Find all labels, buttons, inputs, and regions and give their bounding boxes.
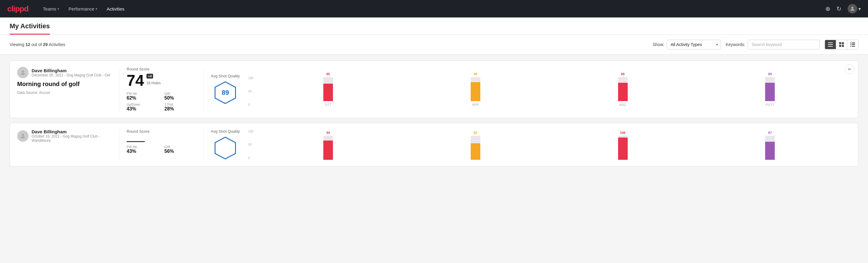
bar-value-app: 90 — [474, 72, 477, 76]
view-toggle-compact[interactable] — [825, 40, 836, 49]
svg-rect-6 — [839, 45, 841, 47]
card-round-score-2: Round Score FW Hit 43% GIR 56% — [119, 129, 204, 160]
add-icon[interactable]: ⊕ — [825, 5, 830, 12]
bar-value-putt-2: 87 — [768, 131, 772, 135]
svg-rect-8 — [850, 42, 851, 43]
gir-stat-2: GIR 56% — [164, 145, 196, 154]
svg-rect-13 — [852, 46, 855, 47]
gir-value: 50% — [164, 95, 196, 101]
user-menu-chevron: ▾ — [858, 6, 861, 12]
bar-putt — [765, 77, 775, 101]
navbar: clippd Teams ▾ Performance ▾ Activities … — [0, 0, 868, 18]
gir-value-2: 56% — [164, 149, 196, 154]
nav-teams-chevron: ▾ — [57, 7, 59, 10]
gir-label-2: GIR — [164, 145, 196, 149]
viewing-middle: out of — [30, 42, 43, 47]
user-date: December 05, 2021 - Gog Magog Golf Club … — [32, 73, 110, 77]
bar-value-app-2: 82 — [474, 131, 477, 135]
score-value: 74 — [127, 72, 144, 88]
svg-point-0 — [851, 7, 854, 9]
search-input[interactable] — [748, 40, 820, 49]
bar-label-app: APP — [472, 103, 479, 107]
show-filter-group: Show: All Activity Types — [653, 40, 721, 49]
bar-value-ott: 85 — [326, 72, 330, 76]
card-shot-quality-2: Avg Shot Quality 100 50 0 — [204, 129, 851, 160]
bar-fill-arg — [618, 83, 628, 101]
svg-rect-9 — [852, 42, 855, 43]
data-source: Data Source: Arccos — [17, 91, 112, 95]
bar-app — [471, 77, 480, 101]
bar-group-app-2: 82 — [402, 131, 549, 160]
bar-fill-app — [471, 82, 480, 101]
viewing-count-text: Viewing 12 out of 29 Activities — [10, 42, 648, 47]
nav-activities[interactable]: Activities — [107, 5, 125, 12]
round-score-label-2: Round Score — [127, 129, 196, 134]
round-score-label: Round Score — [127, 67, 196, 71]
filter-bar: Viewing 12 out of 29 Activities Show: Al… — [0, 35, 868, 55]
quality-section: Avg Shot Quality 89 — [211, 74, 240, 105]
score-holes: 18 Holes — [147, 81, 161, 85]
bar-fill-putt-2 — [765, 142, 775, 159]
app-logo[interactable]: clippd — [7, 4, 29, 13]
bar-label-ott: OTT — [325, 103, 332, 107]
keywords-label: Keywords: — [726, 42, 745, 47]
page-title: My Activities — [10, 22, 50, 35]
activity-card-2: Dave Billingham October 16, 2021 - Gog M… — [10, 123, 858, 167]
edit-button[interactable]: ✏ — [845, 64, 855, 74]
svg-rect-4 — [839, 42, 841, 44]
user-row: Dave Billingham December 05, 2021 - Gog … — [17, 67, 112, 78]
activity-title: Morning round of golf — [17, 81, 112, 88]
avatar-2 — [17, 130, 29, 142]
user-menu[interactable]: ▾ — [847, 4, 861, 13]
activity-type-select[interactable]: All Activity Types — [667, 40, 721, 49]
bar-fill-ott-2 — [323, 141, 333, 160]
card-user-info-2: Dave Billingham October 16, 2021 - Gog M… — [17, 129, 119, 160]
bar-label-putt: PUTT — [766, 103, 774, 107]
nav-performance[interactable]: Performance ▾ — [69, 5, 97, 12]
viewing-prefix: Viewing — [10, 42, 26, 47]
avatar — [847, 4, 857, 13]
shot-quality-chart: 100 50 0 85 OTT 90 — [247, 72, 844, 107]
shot-quality-chart-2: 100 50 0 94 82 — [247, 130, 844, 160]
score-row: 74 +4 18 Holes — [127, 72, 196, 88]
hexagon-container: 89 — [211, 81, 240, 105]
score-placeholder-2 — [127, 136, 145, 142]
bar-app-2 — [471, 136, 480, 160]
bar-group-ott: 85 OTT — [254, 72, 402, 107]
card-round-score: Round Score 74 +4 18 Holes FW Hit 62% GI… — [119, 67, 204, 112]
nav-teams[interactable]: Teams ▾ — [43, 5, 59, 12]
svg-rect-5 — [842, 42, 844, 44]
one-putt-value: 28% — [164, 106, 196, 112]
fw-hit-value-2: 43% — [127, 149, 158, 154]
view-toggle-grid[interactable] — [836, 40, 847, 49]
y-label-100-2: 100 — [248, 130, 253, 133]
avg-shot-quality-label-2: Avg Shot Quality — [211, 129, 240, 134]
chart-area: 100 50 0 85 OTT 90 — [247, 72, 844, 107]
view-toggle-list[interactable] — [847, 40, 858, 49]
hexagon-container-2 — [211, 136, 240, 160]
show-label: Show: — [653, 42, 664, 47]
viewing-total: 29 — [43, 42, 48, 47]
y-label-0: 0 — [248, 103, 253, 107]
svg-rect-2 — [828, 44, 833, 45]
bar-arg — [618, 77, 628, 101]
activity-card: ✏ Dave Billingham December 05, 2021 - Go… — [10, 60, 858, 118]
updown-value: 43% — [127, 106, 158, 112]
activities-list: ✏ Dave Billingham December 05, 2021 - Go… — [0, 55, 868, 172]
y-label-50: 50 — [248, 90, 253, 93]
user-row-2: Dave Billingham October 16, 2021 - Gog M… — [17, 129, 112, 143]
y-label-0-2: 0 — [248, 156, 253, 160]
nav-teams-label: Teams — [43, 6, 56, 11]
svg-rect-7 — [842, 45, 844, 47]
updown-label: Up/Down — [127, 103, 158, 106]
quality-section-2: Avg Shot Quality — [211, 129, 240, 160]
svg-rect-11 — [852, 44, 855, 45]
view-toggles — [825, 40, 858, 49]
bar-ott — [323, 77, 333, 101]
shot-quality-hexagon-2 — [213, 136, 237, 160]
chart-area-2: 100 50 0 94 82 — [247, 130, 844, 160]
svg-rect-1 — [828, 42, 833, 43]
bar-group-putt-2: 87 — [696, 131, 844, 160]
refresh-icon[interactable]: ↻ — [836, 5, 841, 12]
nav-right: ⊕ ↻ ▾ — [825, 4, 861, 13]
